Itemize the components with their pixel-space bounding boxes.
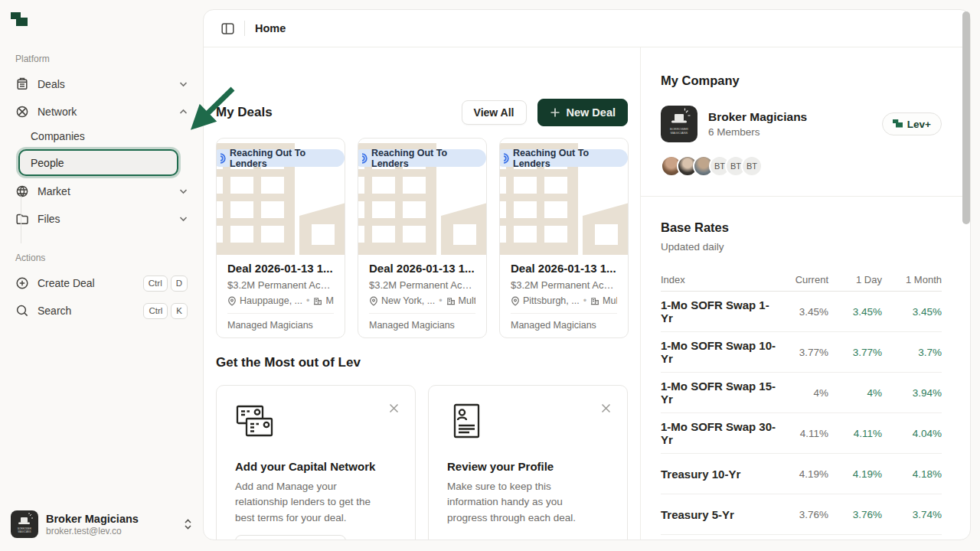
promos-title: Get the Most out of Lev bbox=[216, 355, 361, 370]
deal-meta: Pittsburgh, ... • Multif... bbox=[511, 295, 617, 306]
review-profile-button[interactable]: Review Profile bbox=[447, 540, 567, 540]
circle-plus-icon bbox=[15, 276, 29, 290]
table-row: Treasury 5-Yr 3.76% 3.76% 3.74% bbox=[661, 494, 942, 535]
svg-text:MAGICIANS: MAGICIANS bbox=[18, 530, 31, 533]
deal-card[interactable]: Reaching Out To Lenders Deal 2026-01-13 … bbox=[216, 138, 345, 338]
deal-location: New York, ... bbox=[381, 295, 435, 306]
sidebar-item-market[interactable]: Market bbox=[0, 178, 203, 205]
actions-section-label: Actions bbox=[15, 253, 45, 263]
deal-card[interactable]: Reaching Out To Lenders Deal 2026-01-13 … bbox=[499, 138, 629, 338]
deal-title: Deal 2026-01-13 1... bbox=[369, 262, 475, 275]
deal-property-type: Multifa... bbox=[459, 295, 475, 306]
kbd-d: D bbox=[171, 276, 188, 292]
lev-flag-icon bbox=[893, 119, 903, 129]
promo-title: Add your Capital Network bbox=[235, 460, 397, 473]
sidebar-item-label: Network bbox=[38, 106, 77, 118]
action-label: Search bbox=[38, 305, 71, 317]
dot-separator: • bbox=[305, 295, 310, 306]
add-lenders-button[interactable]: Add Lenders bbox=[235, 535, 346, 540]
deal-property-type: Multif... bbox=[325, 295, 334, 306]
sidebar-item-label: Companies bbox=[31, 130, 85, 142]
deal-amount: $3.2M Permanent Acq... bbox=[511, 279, 617, 291]
promo-body: Add and Manage your relationship lenders… bbox=[235, 479, 388, 526]
chevron-up-icon bbox=[179, 109, 188, 115]
view-all-button[interactable]: View All bbox=[462, 100, 527, 125]
page-header: Home bbox=[204, 10, 970, 47]
chevron-down-icon bbox=[179, 81, 188, 87]
header-divider bbox=[244, 21, 245, 36]
search-icon bbox=[15, 304, 29, 318]
dot-separator: • bbox=[583, 295, 587, 306]
deal-card[interactable]: Reaching Out To Lenders Deal 2026-01-13 … bbox=[358, 138, 487, 338]
member-avatars: BT BT BT bbox=[661, 155, 942, 177]
svg-text:MAGICIANS: MAGICIANS bbox=[671, 131, 688, 135]
deals-icon bbox=[15, 77, 29, 91]
dot-separator: • bbox=[438, 295, 443, 306]
main-content: Home My Deals View All New Deal bbox=[203, 9, 971, 540]
promo-card-list: Add your Capital Network Add and Manage … bbox=[216, 385, 628, 540]
create-deal-action[interactable]: Create Deal Ctrl D bbox=[0, 269, 203, 297]
table-header-row: Index Current 1 Day 1 Month bbox=[661, 269, 942, 292]
company-panel: My Company BORROWERMAGICIANS Broker Magi… bbox=[640, 47, 970, 540]
status-progress-icon bbox=[499, 153, 509, 164]
card-divider bbox=[369, 313, 475, 314]
chevron-up-down-icon bbox=[184, 518, 192, 530]
col-current: Current bbox=[779, 274, 828, 285]
my-company-title: My Company bbox=[661, 73, 942, 88]
base-rates-title: Base Rates bbox=[661, 220, 942, 235]
user-email: broker.test@lev.co bbox=[46, 526, 139, 536]
deal-amount: $3.2M Permanent Acq... bbox=[227, 279, 334, 291]
close-icon[interactable] bbox=[388, 403, 400, 414]
member-avatar-initials: BT bbox=[741, 155, 763, 177]
chevron-down-icon bbox=[179, 216, 188, 222]
user-avatar: BORROWERMAGICIANS bbox=[11, 510, 38, 538]
sidebar-item-files[interactable]: Files bbox=[0, 205, 203, 233]
table-row: 1-Mo SOFR Swap 10-Yr 3.77% 3.77% 3.7% bbox=[661, 332, 942, 373]
close-icon[interactable] bbox=[600, 403, 612, 414]
my-deals-title: My Deals bbox=[216, 105, 273, 120]
deal-meta: Hauppauge, ... • Multif... bbox=[227, 295, 334, 306]
col-1day: 1 Day bbox=[828, 274, 882, 285]
kbd-ctrl: Ctrl bbox=[143, 303, 168, 319]
search-action[interactable]: Search Ctrl K bbox=[0, 297, 203, 324]
status-progress-icon bbox=[216, 153, 226, 164]
promo-title: Review your Profile bbox=[447, 460, 609, 473]
sidebar-toggle-icon[interactable] bbox=[221, 22, 234, 35]
promo-card-review-profile: Review your Profile Make sure to keep th… bbox=[428, 385, 628, 540]
page-title: Home bbox=[255, 22, 286, 34]
deal-owner: Managed Magicians bbox=[511, 320, 617, 331]
submenu-tree-line bbox=[21, 196, 21, 243]
vertical-scrollbar[interactable] bbox=[962, 11, 970, 224]
sidebar: Platform Deals Network Companies People bbox=[0, 0, 203, 551]
base-rates-subtitle: Updated daily bbox=[661, 241, 942, 253]
new-deal-button[interactable]: New Deal bbox=[537, 99, 628, 126]
company-members: 6 Members bbox=[708, 126, 807, 138]
deal-location: Pittsburgh, ... bbox=[523, 295, 580, 306]
platform-section-label: Platform bbox=[15, 54, 50, 64]
folder-icon bbox=[15, 212, 29, 226]
user-menu[interactable]: BORROWERMAGICIANS Broker Magicians broke… bbox=[0, 505, 203, 543]
sidebar-item-people[interactable]: People bbox=[18, 149, 178, 176]
deal-title: Deal 2026-01-13 1... bbox=[511, 262, 617, 275]
sidebar-item-label: People bbox=[31, 157, 64, 169]
deal-property-type: Multif... bbox=[603, 295, 617, 306]
sidebar-item-deals[interactable]: Deals bbox=[0, 70, 203, 98]
panel-divider bbox=[641, 196, 970, 197]
market-globe-icon bbox=[15, 184, 29, 198]
company-name: Broker Magicians bbox=[708, 110, 807, 124]
kbd-ctrl: Ctrl bbox=[143, 276, 168, 292]
sidebar-item-label: Market bbox=[38, 185, 70, 197]
deal-title: Deal 2026-01-13 1... bbox=[227, 262, 334, 275]
lev-plus-badge[interactable]: Lev+ bbox=[882, 112, 942, 135]
deals-column: My Deals View All New Deal R bbox=[204, 47, 640, 540]
status-badge: Reaching Out To Lenders bbox=[216, 149, 345, 167]
plus-icon bbox=[550, 107, 560, 118]
table-row: 1-Mo SOFR Swap 15-Yr 4% 4% 3.94% bbox=[661, 373, 942, 413]
sidebar-item-network[interactable]: Network bbox=[0, 98, 203, 126]
deal-location: Hauppauge, ... bbox=[240, 295, 302, 306]
promo-body: Make sure to keep this information handy… bbox=[447, 479, 600, 526]
shortcut-keys: Ctrl K bbox=[143, 303, 188, 319]
sidebar-item-companies[interactable]: Companies bbox=[0, 126, 203, 147]
kbd-k: K bbox=[171, 303, 188, 319]
col-index: Index bbox=[661, 274, 779, 285]
